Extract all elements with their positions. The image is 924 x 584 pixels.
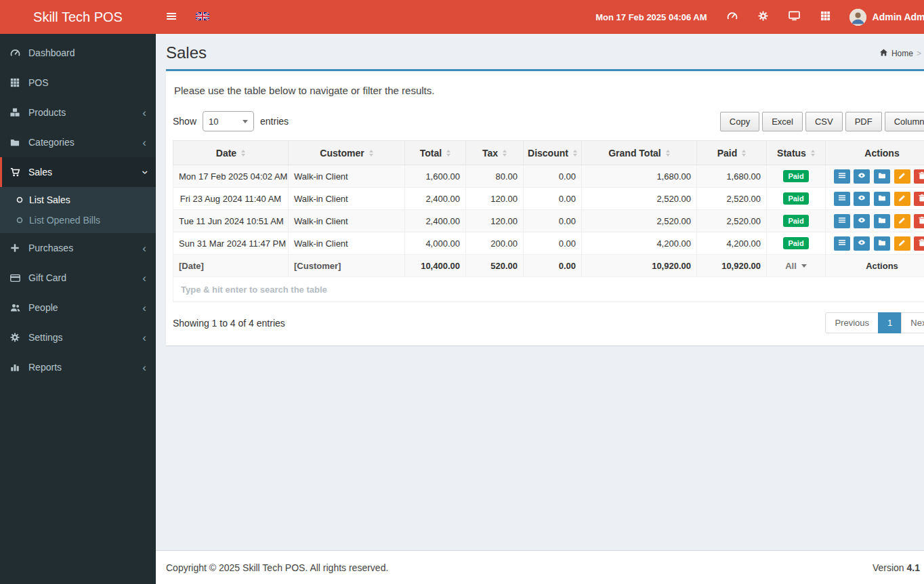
sidebar-label: Settings <box>28 332 63 343</box>
col-header-grand-total[interactable]: Grand Total <box>582 141 697 165</box>
uk-flag-icon <box>196 12 209 22</box>
csv-button[interactable]: CSV <box>805 112 843 131</box>
sidebar-item-settings[interactable]: Settings <box>0 322 156 352</box>
delete-button[interactable] <box>914 236 924 251</box>
sidebar-item-sales[interactable]: Sales <box>0 157 156 187</box>
sidebar-item-list-sales[interactable]: List Sales <box>0 190 156 210</box>
sort-icon <box>369 150 373 157</box>
sidebar-label: Reports <box>28 362 62 373</box>
folder-icon <box>10 138 28 147</box>
excel-button[interactable]: Excel <box>762 112 803 131</box>
detail-button[interactable] <box>834 192 850 206</box>
language-selector[interactable] <box>187 0 218 34</box>
pagination-page-1[interactable]: 1 <box>878 312 902 333</box>
sidebar-item-categories[interactable]: Categories <box>0 127 156 157</box>
table-search-input[interactable] <box>173 277 924 301</box>
cell-tax: 80.00 <box>466 165 524 188</box>
pos-display-button[interactable] <box>779 0 810 34</box>
edit-button[interactable] <box>894 214 910 228</box>
payments-button[interactable] <box>874 236 890 251</box>
gear-icon <box>10 333 28 342</box>
cell-tax: 200.00 <box>466 232 524 255</box>
pagination-previous[interactable]: Previous <box>825 312 879 333</box>
cell-actions <box>826 188 924 210</box>
chevron-left-icon <box>142 302 146 314</box>
sidebar-item-people[interactable]: People <box>0 293 156 322</box>
col-header-tax[interactable]: Tax <box>466 141 524 165</box>
eye-icon <box>858 238 866 249</box>
user-menu[interactable]: Admin Admin <box>841 9 924 26</box>
columns-button[interactable]: Columns <box>885 112 924 131</box>
table-controls: Show 10 entries Copy Excel CSV PDF Colum… <box>173 111 924 131</box>
footer-date-placeholder: [Date] <box>173 255 289 277</box>
sidebar-item-products[interactable]: Products <box>0 98 156 127</box>
view-button[interactable] <box>854 192 870 206</box>
edit-button[interactable] <box>894 236 910 251</box>
sidebar-label: Purchases <box>28 243 73 253</box>
sales-table: Date Customer Total Tax Discount Grand T… <box>173 140 924 302</box>
tachometer-icon <box>727 11 738 24</box>
edit-button[interactable] <box>894 169 910 184</box>
footer-customer-placeholder: [Customer] <box>289 255 405 277</box>
credit-card-icon <box>10 273 28 283</box>
chevron-left-icon <box>142 107 146 119</box>
view-button[interactable] <box>854 214 870 228</box>
col-header-total[interactable]: Total <box>405 141 466 165</box>
tachometer-icon <box>10 48 28 58</box>
cell-paid: 4,200.00 <box>697 232 767 255</box>
sidebar-item-purchases[interactable]: Purchases <box>0 233 156 263</box>
sidebar-label: List Opened Bills <box>29 215 100 226</box>
cell-discount: 0.00 <box>524 232 582 255</box>
cell-date: Mon 17 Feb 2025 04:02 AM <box>173 165 289 188</box>
sort-icon <box>241 150 245 157</box>
chevron-left-icon <box>142 272 146 284</box>
pdf-button[interactable]: PDF <box>845 112 882 131</box>
detail-button[interactable] <box>834 236 850 251</box>
view-button[interactable] <box>854 169 870 184</box>
list-icon <box>838 216 846 226</box>
pagination: Previous 1 Next <box>826 312 924 333</box>
col-header-customer[interactable]: Customer <box>289 141 405 165</box>
sidebar-item-reports[interactable]: Reports <box>0 352 156 382</box>
status-badge: Paid <box>783 192 808 205</box>
page: { "colors": { "brand_red": "#dd4b39", "s… <box>0 0 924 584</box>
footer-grand-total: 10,920.00 <box>582 255 697 277</box>
search-row <box>173 277 924 302</box>
col-header-paid[interactable]: Paid <box>697 141 767 165</box>
apps-menu-button[interactable] <box>810 0 841 34</box>
cell-customer: Walk-in Client <box>289 165 405 188</box>
sidebar-item-dashboard[interactable]: Dashboard <box>0 38 156 68</box>
view-button[interactable] <box>854 236 870 251</box>
sidebar-item-list-opened-bills[interactable]: List Opened Bills <box>0 210 156 230</box>
page-size-select[interactable]: 10 <box>203 111 254 131</box>
col-header-status[interactable]: Status <box>767 141 826 165</box>
delete-button[interactable] <box>914 169 924 184</box>
sidebar-toggle-button[interactable] <box>156 0 187 34</box>
app-logo[interactable]: Skill Tech POS <box>0 0 156 34</box>
cell-actions <box>826 210 924 232</box>
settings-shortcut-button[interactable] <box>748 0 779 34</box>
sidebar-item-pos[interactable]: POS <box>0 68 156 98</box>
col-header-date[interactable]: Date <box>173 141 289 165</box>
payments-button[interactable] <box>874 192 890 206</box>
grid-icon <box>820 11 831 23</box>
payments-button[interactable] <box>874 169 890 184</box>
delete-button[interactable] <box>914 214 924 228</box>
caret-down-icon <box>243 120 248 123</box>
detail-button[interactable] <box>834 214 850 228</box>
detail-button[interactable] <box>834 169 850 184</box>
sidebar-label: Categories <box>28 137 75 148</box>
pagination-next[interactable]: Next <box>901 312 924 333</box>
cell-total: 1,600.00 <box>405 165 466 188</box>
col-header-discount[interactable]: Discount <box>524 141 582 165</box>
chevron-left-icon <box>142 332 146 343</box>
breadcrumb-home-link[interactable]: Home <box>891 49 913 58</box>
sidebar-item-gift-card[interactable]: Gift Card <box>0 263 156 293</box>
copy-button[interactable]: Copy <box>720 112 759 131</box>
dashboard-shortcut-button[interactable] <box>717 0 748 34</box>
payments-button[interactable] <box>874 214 890 228</box>
edit-button[interactable] <box>894 192 910 206</box>
cell-total: 2,400.00 <box>405 210 466 232</box>
delete-button[interactable] <box>914 192 924 206</box>
status-filter-select[interactable]: All <box>785 261 807 271</box>
